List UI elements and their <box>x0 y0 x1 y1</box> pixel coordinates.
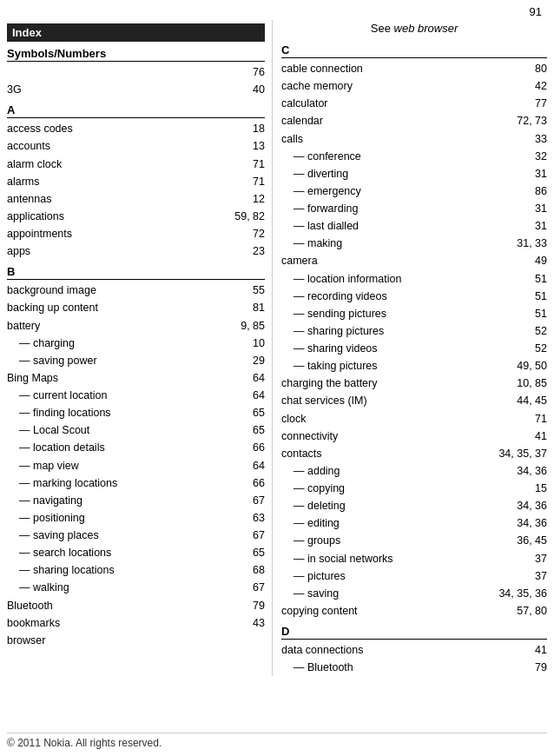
list-item: — charging10 <box>7 335 265 352</box>
list-item: calculator77 <box>281 95 547 112</box>
list-item: — copying15 <box>281 480 547 497</box>
list-item: — positioning63 <box>7 509 265 527</box>
list-item: battery9, 85 <box>7 317 265 335</box>
section-header-b: B <box>7 265 265 280</box>
list-item: — sharing locations68 <box>7 561 265 579</box>
list-item: chat services (IM)44, 45 <box>281 392 547 409</box>
left-column: Index Symbols/Numbers 76 3G 40 A access … <box>0 20 273 676</box>
section-header-symbols: Symbols/Numbers <box>7 47 265 62</box>
list-item: — diverting31 <box>281 165 547 182</box>
list-item: — recording videos51 <box>281 288 547 305</box>
list-item: appointments72 <box>7 225 265 242</box>
list-item: — Bluetooth79 <box>281 659 547 676</box>
list-item: data connections41 <box>281 641 547 659</box>
list-item: — taking pictures49, 50 <box>281 357 547 375</box>
list-item: — in social networks37 <box>281 550 547 567</box>
list-item: 3G 40 <box>7 81 265 98</box>
list-item: — finding locations65 <box>7 404 265 421</box>
list-item: copying content57, 80 <box>281 602 547 620</box>
section-header-d: D <box>281 625 547 640</box>
footer: © 2011 Nokia. All rights reserved. <box>7 733 547 749</box>
list-item: — current location64 <box>7 387 265 404</box>
list-item: — groups36, 45 <box>281 532 547 549</box>
list-item: charging the battery10, 85 <box>281 375 547 392</box>
list-item: — marking locations66 <box>7 474 265 492</box>
list-item: — editing34, 36 <box>281 514 547 532</box>
list-item: accounts13 <box>7 137 265 155</box>
list-item: antennas12 <box>7 190 265 208</box>
list-item: backing up content81 <box>7 299 265 316</box>
page-number: 91 <box>0 0 554 20</box>
list-item: Bing Maps64 <box>7 369 265 387</box>
list-item: — map view64 <box>7 457 265 474</box>
list-item: apps23 <box>7 242 265 260</box>
list-item: — sending pictures51 <box>281 305 547 322</box>
list-item: — saving power29 <box>7 352 265 369</box>
list-item: — sharing videos52 <box>281 340 547 357</box>
section-header-a: A <box>7 103 265 118</box>
list-item: — location details66 <box>7 439 265 456</box>
list-item: — making31, 33 <box>281 235 547 252</box>
list-item: background image55 <box>7 282 265 299</box>
list-item: camera49 <box>281 252 547 269</box>
list-item: calendar72, 73 <box>281 112 547 129</box>
list-item: — walking67 <box>7 579 265 596</box>
list-item: — emergency86 <box>281 182 547 200</box>
section-header-c: C <box>281 43 547 58</box>
list-item: — location information51 <box>281 270 547 288</box>
list-item: 76 <box>7 63 265 81</box>
list-item: cache memory42 <box>281 77 547 95</box>
list-item: — navigating67 <box>7 492 265 509</box>
index-header: Index <box>7 23 265 42</box>
list-item: — deleting34, 36 <box>281 497 547 514</box>
list-item: cable connection80 <box>281 60 547 77</box>
list-item: alarms71 <box>7 173 265 190</box>
list-item: applications59, 82 <box>7 208 265 225</box>
list-item: — saving places67 <box>7 527 265 544</box>
list-item: alarm clock71 <box>7 156 265 173</box>
list-item: access codes18 <box>7 120 265 137</box>
list-item: browser <box>7 632 265 649</box>
list-item: Bluetooth79 <box>7 597 265 614</box>
list-item: bookmarks43 <box>7 614 265 632</box>
list-item: — search locations65 <box>7 544 265 561</box>
list-item: connectivity41 <box>281 428 547 445</box>
list-item: contacts34, 35, 37 <box>281 445 547 462</box>
list-item: calls33 <box>281 130 547 148</box>
list-item: — last dialled31 <box>281 217 547 235</box>
see-note: See web browser <box>281 20 547 38</box>
list-item: — saving34, 35, 36 <box>281 585 547 602</box>
right-column: See web browser C cable connection80 cac… <box>273 20 554 676</box>
list-item: — Local Scout65 <box>7 421 265 439</box>
list-item: — pictures37 <box>281 567 547 585</box>
list-item: — forwarding31 <box>281 200 547 217</box>
list-item: — sharing pictures52 <box>281 322 547 340</box>
list-item: — conference32 <box>281 148 547 165</box>
list-item: clock71 <box>281 410 547 428</box>
list-item: — adding34, 36 <box>281 462 547 480</box>
